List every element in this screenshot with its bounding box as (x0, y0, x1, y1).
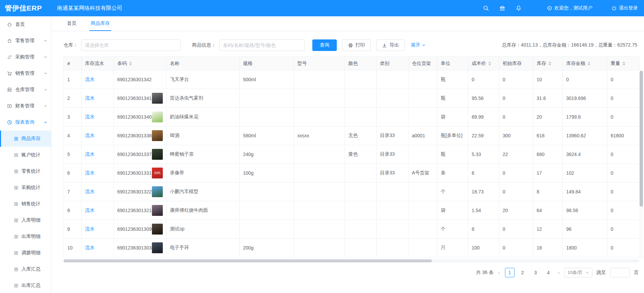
pagination-total: 共 36 条 (476, 270, 493, 276)
search-button[interactable]: 查询 (312, 39, 337, 51)
sidebar-subitem-outbound-summary[interactable]: 出库汇总 (0, 277, 51, 293)
flow-link[interactable]: 流水 (85, 114, 94, 119)
column-header-3: 名称 (167, 57, 240, 70)
cell-unit: 瓶 (437, 70, 468, 89)
cell-category (377, 201, 408, 220)
sidebar-subitem-transfer-detail[interactable]: 调拨明细 (0, 245, 51, 261)
table-row: 6流水6901236301331扫码录像带100g目录33A号货架条601710… (64, 164, 640, 183)
sidebar-subitem-inbound-detail[interactable]: 入库明细 (0, 212, 51, 228)
page-button-2[interactable]: 2 (518, 268, 527, 277)
search-icon[interactable] (483, 5, 489, 11)
column-header-2[interactable]: 条码 (114, 57, 167, 70)
page-button-1[interactable]: 1 (505, 268, 515, 277)
logout-button[interactable]: 退出登录 (601, 5, 638, 11)
flow-link[interactable]: 流水 (85, 95, 94, 101)
retail-icon (7, 38, 12, 44)
page-size-select[interactable]: 10条/页 (564, 268, 592, 277)
column-label: # (67, 61, 70, 66)
column-header-10[interactable]: 成本价 (468, 57, 499, 70)
sidebar-subitem-account-stats[interactable]: 账户统计 (0, 147, 51, 163)
welcome-user[interactable]: 欢迎您，测试用户 (537, 5, 592, 11)
tab-home[interactable]: 首页 (67, 16, 76, 31)
sidebar-subitem-inbound-summary[interactable]: 入库汇总 (0, 261, 51, 277)
warehouse-label: 仓库： (64, 42, 78, 48)
cell-index: 2 (64, 89, 82, 108)
sidebar-subitem-product-stock[interactable]: 商品库存 (0, 131, 51, 147)
cell-stock-amount: 3019.696 (563, 89, 607, 108)
flow-link[interactable]: 流水 (85, 133, 94, 138)
sidebar-item-retail[interactable]: 零售管理 (0, 33, 51, 49)
cell-model (294, 183, 345, 201)
page-button-4[interactable]: 4 (544, 268, 553, 277)
cell-stock: 8 (533, 183, 563, 201)
cell-flow: 流水 (82, 239, 114, 257)
column-label: 颜色 (348, 61, 358, 67)
notification-bell-icon[interactable] (516, 5, 522, 11)
cell-barcode: 6901236301338 (114, 126, 167, 145)
barcode-text: 6901236301340 (117, 114, 152, 120)
sort-icon[interactable] (623, 62, 625, 66)
flow-link[interactable]: 流水 (85, 189, 94, 194)
bank-icon[interactable] (499, 5, 505, 11)
cell-index: 7 (64, 183, 82, 201)
sort-icon[interactable] (129, 62, 132, 66)
cell-spec: 580ml (240, 126, 294, 145)
tab-bar: 首页商品库存 (51, 16, 644, 31)
next-page-button[interactable]: › (557, 270, 560, 276)
prev-page-button[interactable]: ‹ (498, 270, 501, 276)
export-button[interactable]: 导出 (376, 39, 405, 51)
sidebar-item-sales[interactable]: 销售管理 (0, 65, 51, 82)
sidebar-item-home[interactable]: 首页 (0, 16, 51, 33)
cell-spec (240, 220, 294, 239)
cell-unit: 只 (437, 239, 468, 257)
barcode-text: 6901236301321 (117, 208, 152, 213)
sidebar-subitem-label: 商品库存 (21, 136, 40, 142)
sidebar-subitem-sales-stats[interactable]: 销售统计 (0, 196, 51, 212)
flow-link[interactable]: 流水 (85, 76, 94, 82)
flow-link[interactable]: 流水 (85, 245, 94, 250)
sort-icon[interactable] (549, 62, 551, 66)
flow-link[interactable]: 流水 (85, 151, 94, 157)
print-button[interactable]: 打印 (342, 39, 371, 51)
column-header-6: 颜色 (345, 57, 377, 70)
table-row: 5流水6901236301337蜂蜜柚子茶240g黄色目录33瓶5.332268… (64, 145, 640, 164)
cell-model (294, 108, 345, 126)
product-thumbnail (152, 130, 163, 141)
cell-flow: 流水 (82, 89, 114, 108)
flow-link[interactable]: 流水 (85, 170, 94, 175)
horizontal-scrollbar-thumb[interactable] (64, 259, 432, 262)
sidebar-item-purchase[interactable]: 采购管理 (0, 49, 51, 65)
tab-product-stock[interactable]: 商品库存 (91, 16, 110, 31)
sort-icon[interactable] (488, 62, 491, 66)
warehouse-select-input[interactable] (81, 39, 180, 51)
product-info-label: 商品信息： (192, 42, 216, 48)
cell-index: 10 (64, 239, 82, 257)
cell-spec: 500ml (240, 70, 294, 89)
sidebar-item-warehouse[interactable]: 仓库管理 (0, 82, 51, 98)
chevron-down-icon (43, 104, 48, 108)
cell-barcode: 6901236301331扫码 (114, 164, 167, 183)
sidebar-item-reports[interactable]: 报表查询 (0, 114, 51, 131)
sidebar-subitem-outbound-detail[interactable]: 出库明细 (0, 228, 51, 245)
expand-link[interactable]: 展开 (411, 42, 426, 48)
column-header-13[interactable]: 库存金额 (563, 57, 607, 70)
cell-initial-stock: 0 (499, 164, 533, 183)
sidebar-item-finance[interactable]: 财务管理 (0, 98, 51, 114)
sidebar-subitem-retail-stats[interactable]: 零售统计 (0, 163, 51, 179)
cell-name: 电子手环 (167, 239, 240, 257)
cell-stock-amount: 1800 (563, 239, 607, 257)
column-header-14[interactable]: 重量 (607, 57, 640, 70)
sidebar-subitem-purchase-stats[interactable]: 采购统计 (0, 179, 51, 196)
page-button-3[interactable]: 3 (531, 268, 540, 277)
column-header-12[interactable]: 库存 (533, 57, 563, 70)
flow-link[interactable]: 流水 (85, 207, 94, 213)
sort-icon[interactable] (588, 62, 590, 66)
cell-unit: 瓶[多单位] (437, 126, 468, 145)
product-thumbnail (152, 242, 163, 253)
product-info-input[interactable] (219, 39, 305, 51)
jump-page-input[interactable] (610, 268, 630, 277)
flow-link[interactable]: 流水 (85, 226, 94, 231)
cell-unit: 个 (437, 220, 468, 239)
vertical-scrollbar-thumb[interactable] (640, 71, 643, 207)
cell-cost: 95.56 (468, 89, 499, 108)
